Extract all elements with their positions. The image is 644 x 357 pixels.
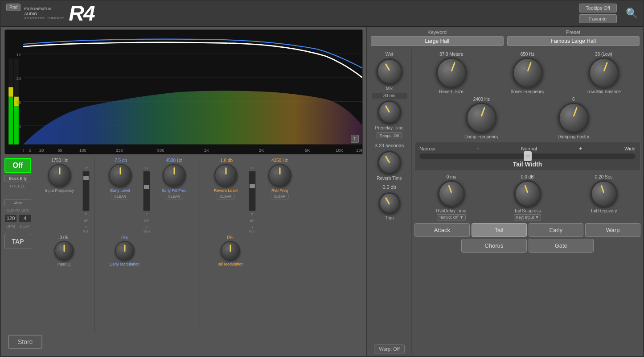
pref-button[interactable]: Pref [6,4,21,11]
svg-rect-6 [8,97,13,145]
bpm-beat-row: 120 4 [4,214,36,222]
rvb-freq-clear[interactable]: CLEAR [271,194,289,199]
bpm-value[interactable]: 120 [4,214,17,222]
tail-mod-group: 0% Tail Modulation [209,235,251,266]
early-mod-value: 0% [121,235,127,240]
rvbdelay-tempo-btn[interactable]: Tempo: Off ▼ [437,214,466,220]
lowmid-balance-label: Low-Mid Balance [587,89,621,94]
search-icon[interactable]: 🔍 [626,8,638,19]
early-mod-knob[interactable] [115,241,135,261]
trim-knob[interactable] [379,192,400,214]
predelay-tempo-btn[interactable]: Tempo: Off [377,132,402,139]
tail-mod-knob[interactable] [221,241,240,261]
early-filt-group: 4500 Hz Early Filt Freq CLEAR [153,158,195,199]
rvb-freq-group: 4250 Hz Rvb Freq CLEAR [258,158,301,199]
reverb-size-label: Reverb Size [439,89,463,94]
bpm-label: BPM [4,224,17,228]
early-mod-group: 0% Early Modulation [103,235,146,266]
logo-area: EXPONENTIAL AUDIO AN iZOTOPE COMPANY [24,7,64,21]
logo-subtitle: AN iZOTOPE COMPANY [24,16,64,20]
chorus-tab[interactable]: Chorus [461,239,527,253]
warp-tab[interactable]: Warp [585,223,640,237]
damp-freq-label: Damp Frequency [464,134,499,139]
tail-width-labels: Narrow - Normal + Wide [419,145,636,152]
rvb-freq-knob[interactable] [268,164,291,187]
tail-recovery-knob[interactable] [591,180,617,207]
tooltips-button[interactable]: Tooltips Off [579,4,617,12]
rvbdelay-time-cell: 0 ms RvbDelay Time Tempo: Off ▼ [414,174,488,220]
svg-text:100: 100 [79,147,86,152]
preset-value[interactable]: Famous Large Hall [507,36,640,46]
predelay-knob[interactable] [378,100,401,124]
gate-tab[interactable]: Gate [529,239,594,253]
reverb-size-cell: 37.0 Meters Reverb Size [414,52,488,94]
tail-width-minus[interactable]: - [477,145,479,152]
early-filt-knob[interactable] [163,164,186,187]
attack-tab[interactable]: Attack [414,223,470,237]
freeze-label: FREEZE [4,184,31,188]
predelay-value: 33 ms [372,93,407,99]
lowmid-balance-knob[interactable] [589,58,619,88]
xover-freq-knob[interactable] [513,58,543,88]
wide-label: Wide [624,146,636,151]
svg-text:24: 24 [16,76,21,81]
tail-tab[interactable]: Tail [472,223,527,237]
damp-freq-cell: 2400 Hz Damp Frequency [437,97,526,139]
damping-factor-value: 6 [572,97,575,102]
reverb-time-knob[interactable] [378,151,401,174]
early-level-knob[interactable] [109,164,132,187]
input-freq-value: 1750 Hz [51,158,68,163]
preset-section: Preset Famous Large Hall [507,29,640,46]
tail-suppress-knob[interactable] [514,180,541,207]
reverb-level-knob[interactable] [214,164,238,187]
xover-freq-cell: 650 Hz Xover Frequency [491,52,564,94]
predelay-label: Predelay Time [375,125,404,130]
wet-mix-column: Wet Mix 33 ms Predelay Time Tempo: Off 3… [367,49,412,356]
damp-freq-knob[interactable] [466,103,496,133]
early-filt-clear[interactable]: CLEAR [165,194,183,199]
header-buttons: Tooltips Off Favorite [579,4,617,23]
early-filt-label: Early Filt Freq [161,188,186,193]
early-level-clear[interactable]: CLEAR [111,194,129,199]
user-button[interactable]: User [4,199,31,206]
input-q-knob[interactable] [54,241,74,261]
wet-knob[interactable] [377,58,402,84]
tail-width-plus[interactable]: + [579,145,582,152]
tap-button[interactable]: TAP [4,234,31,249]
svg-text:o: o [29,147,31,152]
svg-text:10K: 10K [336,147,343,152]
reverb-size-knob[interactable] [436,58,467,88]
svg-text:500: 500 [157,147,164,152]
svg-text:1K: 1K [204,147,209,152]
rvbdelay-time-knob[interactable] [438,180,465,207]
store-button[interactable]: Store [8,335,42,349]
damping-factor-knob[interactable] [558,103,589,133]
early-level-value: -7.5 db [113,158,127,163]
tail-recovery-cell: 0.20 Sec Tail Recovery [567,174,640,220]
keyword-label: Keyword [427,29,447,35]
left-side-controls: Off Block Erly FREEZE User TEMPO SRC 120… [4,158,36,249]
svg-text:5K: 5K [305,147,310,152]
off-button[interactable]: Off [4,158,31,173]
keyword-section: Keyword Large Hall [371,29,504,46]
t-button[interactable]: T [351,135,359,143]
reverb-level-group: -1.0 db Reverb Level CLEAR [205,158,247,199]
keyword-value[interactable]: Large Hall [371,36,504,46]
input-freq-knob[interactable] [48,164,71,187]
warp-off-button[interactable]: Warp: Off [374,345,404,353]
tail-width-thumb[interactable] [524,151,532,161]
reverb-level-clear[interactable]: CLEAR [217,194,235,199]
svg-text:20: 20 [39,147,44,152]
tail-suppress-cell: 0.0 dB Tail Suppress Key: Input ▼ [491,174,564,220]
early-tab[interactable]: Early [529,223,584,237]
spectrum-display: 12 24 36 48 I o 20 50 100 250 500 1K 2K … [4,29,363,154]
rvbdelay-time-value: 0 ms [447,174,456,179]
favorite-button[interactable]: Favorite [579,14,617,23]
tail-width-slider[interactable] [419,154,636,159]
beat-value[interactable]: 4 [19,214,31,222]
reverb-level-label: Reverb Level [214,188,238,193]
tail-suppress-label: Tail Suppress [514,208,541,213]
block-early-button[interactable]: Block Erly [4,175,31,182]
svg-rect-8 [8,87,13,96]
tail-suppress-key-btn[interactable]: Key: Input ▼ [514,214,541,220]
